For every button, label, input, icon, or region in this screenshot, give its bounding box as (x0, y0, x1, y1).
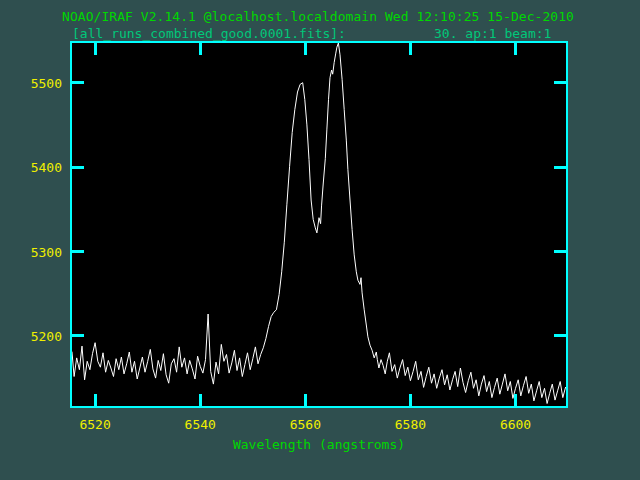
iraf-graphics-window: NOAO/IRAF V2.14.1 @localhost.localdomain… (0, 0, 640, 480)
spectrum-line (72, 43, 566, 404)
x-tick-label-6580: 6580 (395, 417, 426, 432)
x-tick-6580 (409, 394, 412, 406)
y-tick-5200 (72, 334, 84, 337)
x-tick-label-6560: 6560 (290, 417, 321, 432)
status-line-spectrum: [all_runs_combined_good.0001.fits]: 30. … (0, 26, 640, 41)
x-tick-6600 (514, 394, 517, 406)
aperture-beam-label: 30. ap:1 beam:1 (434, 26, 551, 41)
x-tick-6540 (199, 394, 202, 406)
y-tick-5500 (554, 81, 566, 84)
x-tick-label-6520: 6520 (79, 417, 110, 432)
y-tick-5500 (72, 81, 84, 84)
x-tick-6520 (94, 43, 97, 55)
x-tick-label-6600: 6600 (500, 417, 531, 432)
y-tick-label-5500: 5500 (14, 76, 62, 91)
spectrum-plot (72, 43, 566, 406)
x-tick-6600 (514, 43, 517, 55)
x-tick-6560 (304, 394, 307, 406)
x-tick-6540 (199, 43, 202, 55)
y-tick-5300 (554, 250, 566, 253)
y-tick-5300 (72, 250, 84, 253)
x-tick-6560 (304, 43, 307, 55)
plot-area[interactable] (70, 41, 568, 408)
x-tick-6580 (409, 43, 412, 55)
y-tick-5400 (554, 166, 566, 169)
filename-label: [all_runs_combined_good.0001.fits]: (72, 26, 346, 41)
y-tick-label-5200: 5200 (14, 329, 62, 344)
y-tick-5400 (72, 166, 84, 169)
y-tick-5200 (554, 334, 566, 337)
status-line-version: NOAO/IRAF V2.14.1 @localhost.localdomain… (62, 9, 574, 24)
x-tick-label-6540: 6540 (185, 417, 216, 432)
x-axis-title: Wavelength (angstroms) (70, 437, 568, 452)
y-tick-label-5300: 5300 (14, 245, 62, 260)
y-tick-label-5400: 5400 (14, 160, 62, 175)
x-tick-6520 (94, 394, 97, 406)
